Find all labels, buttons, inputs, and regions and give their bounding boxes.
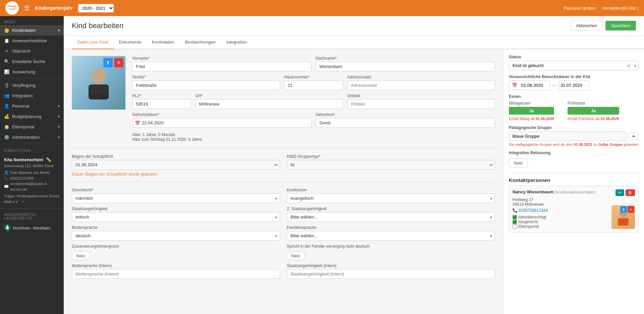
tab-daten[interactable]: Daten zum Kind bbox=[72, 36, 114, 49]
photo-upload-button[interactable]: ⬆ bbox=[103, 58, 113, 67]
year-select[interactable]: 2020 - 2021 2019 - 2020 2021 - 2022 bbox=[78, 4, 114, 12]
svg-rect-5 bbox=[89, 84, 108, 95]
sidebar-item-anwesenheitsliste[interactable]: 📋 Anwesenheitsliste bbox=[0, 36, 64, 46]
familiensprache-select[interactable]: Bitte wählen... bbox=[287, 231, 495, 241]
group-adresszusatz: Adresszusatz bbox=[347, 75, 495, 90]
mittagessen-toggle[interactable]: Ja bbox=[509, 107, 554, 115]
abhol-checkbox[interactable] bbox=[513, 215, 517, 219]
zuwanderung-nein-button[interactable]: Nein bbox=[72, 252, 90, 260]
nachname-input[interactable] bbox=[316, 62, 495, 71]
ortsteil-input[interactable] bbox=[347, 99, 495, 109]
sidebar-item-integration[interactable]: 👥 Integration bbox=[0, 90, 64, 101]
search-icon: 🔍 bbox=[4, 59, 9, 64]
right-panel: Status Kind ist gebucht Kind ist angemel… bbox=[503, 49, 644, 314]
geschlecht-select[interactable]: männlich weiblich divers bbox=[72, 193, 280, 203]
kontakt-edit-button[interactable]: ✏ bbox=[615, 189, 624, 196]
konfession-select[interactable]: evangelisch katholisch keine bbox=[287, 193, 495, 203]
geburtsdatum-input[interactable] bbox=[132, 118, 312, 128]
tab-kontodaten[interactable]: Kontodaten bbox=[147, 36, 180, 49]
zuwanderung-label: Zuwanderungshintergrund bbox=[72, 244, 280, 249]
kibiz-edit-button[interactable]: ✏ bbox=[489, 162, 493, 167]
group-nachname: Nachname* bbox=[316, 56, 495, 71]
besuch-label: Voraussichtliche Besuchsdauer in der Kit… bbox=[509, 74, 639, 79]
logout-link[interactable]: Abmelden(60 Min.) bbox=[602, 6, 639, 11]
nrw-shield-icon bbox=[4, 224, 11, 232]
tab-integration[interactable]: Integration bbox=[221, 36, 252, 49]
sidebar-item-administration[interactable]: ⚙️ Administration ▾ bbox=[0, 132, 64, 142]
form-top-section: ⬆ ✕ Vorname* Nachname* bbox=[72, 56, 495, 142]
calendar-icon: 📅 bbox=[135, 120, 140, 125]
fruehstueck-toggle[interactable]: Ja bbox=[568, 107, 619, 115]
navbar-title: Kindergartenjahr bbox=[35, 5, 73, 11]
section-divider-1 bbox=[72, 148, 495, 149]
kontakt-photo-delete-button[interactable]: ✕ bbox=[628, 206, 634, 213]
plz-input[interactable] bbox=[132, 99, 191, 109]
sidebar-item-erweiterte-suche[interactable]: 🔍 Erweiterte Suche bbox=[0, 56, 64, 67]
group-strasse: Straße* bbox=[132, 75, 280, 90]
cancel-button[interactable]: Abbrechen bbox=[571, 21, 603, 30]
menu-toggle-icon[interactable]: ☰ bbox=[24, 4, 30, 12]
chevron-icon: ▾ bbox=[58, 104, 60, 108]
integrative-button[interactable]: Nein bbox=[509, 159, 528, 168]
schulpflicht-section: Beginn der Schulpflicht ✏ Datum 'Beginn … bbox=[72, 154, 495, 177]
status-clear-icon[interactable]: ✕ bbox=[627, 63, 631, 68]
eltern-checkbox[interactable] bbox=[513, 225, 517, 229]
photo-delete-button[interactable]: ✕ bbox=[114, 58, 123, 67]
phone-icon: 📞 bbox=[4, 176, 9, 181]
paed-input[interactable] bbox=[509, 131, 627, 141]
konfession-label: Konfession bbox=[287, 188, 495, 192]
muttersprache-intern-input[interactable] bbox=[72, 269, 280, 279]
spricht-nein-button[interactable]: Nein bbox=[287, 252, 305, 260]
geburtsort-input[interactable] bbox=[316, 118, 495, 128]
schulpflicht-edit-button[interactable]: ✏ bbox=[274, 162, 278, 167]
ort-input[interactable] bbox=[195, 99, 343, 109]
sidebar-item-label: Anwesenheitsliste bbox=[12, 38, 47, 43]
besuch-von-input[interactable] bbox=[520, 81, 550, 90]
staatsang1-select[interactable]: britisch deutsch türkisch bbox=[72, 212, 280, 222]
paed-edit-button[interactable]: ✏ bbox=[629, 133, 639, 140]
staatsang2-select[interactable]: Bitte wählen... bbox=[287, 212, 495, 222]
essen-grid: Mittagessen Ja Erhält Mittag ab 01.08.20… bbox=[509, 101, 639, 121]
konfession-select-wrapper: evangelisch katholisch keine bbox=[287, 193, 495, 203]
status-label: Status bbox=[509, 55, 639, 59]
kita-name[interactable]: Kita Sonnenschein ✏️ bbox=[4, 156, 60, 163]
sidebar-divider bbox=[0, 78, 64, 79]
status-select[interactable]: Kind ist gebucht Kind ist angemeldet Kin… bbox=[509, 61, 639, 70]
layout: MENÜ 👶 Kinderdaten ▾ 📋 Anwesenheitsliste… bbox=[0, 16, 644, 314]
group-schulpflicht: Beginn der Schulpflicht ✏ Datum 'Beginn … bbox=[72, 154, 280, 177]
mittagessen-date: 01.08.2020 bbox=[536, 117, 554, 121]
besuch-bis-input[interactable] bbox=[559, 81, 589, 90]
kontakt-addr1: Feldweg 27 bbox=[513, 197, 635, 202]
muttersprache-select[interactable]: deutsch türkisch arabisch bbox=[72, 231, 280, 241]
sorge-checkbox[interactable] bbox=[513, 220, 517, 224]
sidebar-item-personal[interactable]: 👤 Personal ▾ bbox=[0, 101, 64, 111]
sidebar-item-kinderdaten[interactable]: 👶 Kinderdaten ▾ bbox=[0, 25, 64, 36]
staatsang2-select-wrapper: Bitte wählen... bbox=[287, 212, 495, 222]
kibiz-input[interactable] bbox=[287, 160, 495, 170]
sidebar-item-uebersicht[interactable]: ≡ Übersicht bbox=[0, 46, 64, 56]
age-line1: Alter: 1 Jahre, 0 Monate bbox=[132, 132, 495, 137]
save-button[interactable]: Speichern bbox=[605, 21, 636, 30]
hausnummer-input[interactable] bbox=[284, 80, 343, 90]
schulpflicht-changed-notice: Datum 'Beginn der Schulpflicht' wurde ge… bbox=[72, 172, 280, 177]
tab-dokumente[interactable]: Dokumente bbox=[114, 36, 147, 49]
sidebar-item-elternportal[interactable]: 🏠 Elternportal ▾ bbox=[0, 122, 64, 132]
status-chevron-icon[interactable]: ▾ bbox=[634, 63, 637, 68]
tab-beobachtungen[interactable]: Beobachtungen bbox=[180, 36, 221, 49]
password-change-link[interactable]: Passwort ändern bbox=[564, 6, 597, 11]
adresszusatz-input[interactable] bbox=[347, 80, 495, 90]
vorname-input[interactable] bbox=[132, 62, 312, 71]
strasse-input[interactable] bbox=[132, 80, 280, 90]
date-dash: — bbox=[552, 83, 557, 88]
kontakt-delete-button[interactable]: 🗑 bbox=[626, 189, 635, 196]
staatsang-intern-input[interactable] bbox=[287, 269, 495, 279]
sidebar-item-auswertung[interactable]: 📊 Auswertung bbox=[0, 67, 64, 77]
ort-label: Ort* bbox=[195, 93, 343, 98]
sidebar-item-verpflegung[interactable]: 🍴 Verpflegung bbox=[0, 80, 64, 90]
group-geschlecht: Geschlecht* männlich weiblich divers bbox=[72, 188, 280, 203]
kontakt-photo-upload-button[interactable]: ⬆ bbox=[620, 206, 627, 213]
hausnummer-label: Hausnummer* bbox=[284, 75, 343, 79]
staatsang-intern-label: Staatsangehörigkeit (Intern) bbox=[287, 263, 495, 268]
schulpflicht-input[interactable] bbox=[72, 160, 280, 170]
sidebar-item-budgetplanung[interactable]: 💰 Budgetplanung ▾ bbox=[0, 111, 64, 122]
